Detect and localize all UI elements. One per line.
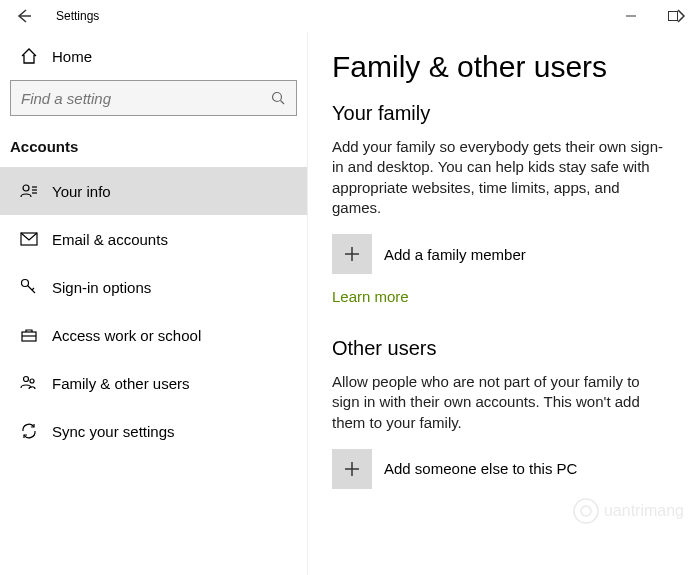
sidebar-item-your-info[interactable]: Your info xyxy=(0,167,307,215)
sidebar-item-work-school[interactable]: Access work or school xyxy=(0,311,307,359)
plus-icon xyxy=(332,449,372,489)
sidebar-item-label: Family & other users xyxy=(52,375,190,392)
title-bar: Settings xyxy=(0,0,694,32)
sidebar-item-signin-options[interactable]: Sign-in options xyxy=(0,263,307,311)
person-card-icon xyxy=(20,182,38,200)
forward-button[interactable] xyxy=(674,6,688,26)
svg-point-3 xyxy=(273,93,282,102)
sidebar-item-label: Access work or school xyxy=(52,327,201,344)
svg-line-4 xyxy=(281,101,285,105)
other-users-description: Allow people who are not part of your fa… xyxy=(332,372,670,433)
home-button[interactable]: Home xyxy=(0,32,307,80)
plus-icon xyxy=(332,234,372,274)
learn-more-link[interactable]: Learn more xyxy=(332,288,409,305)
sidebar-item-email-accounts[interactable]: Email & accounts xyxy=(0,215,307,263)
your-family-header: Your family xyxy=(332,102,670,125)
page-title: Family & other users xyxy=(332,50,670,84)
svg-point-14 xyxy=(30,379,34,383)
svg-point-5 xyxy=(23,185,29,191)
window-title: Settings xyxy=(56,9,99,23)
sidebar: Home Accounts Your info Email & accounts xyxy=(0,32,308,575)
content-panel: Family & other users Your family Add you… xyxy=(308,32,694,575)
search-box[interactable] xyxy=(10,80,297,116)
sidebar-item-label: Sync your settings xyxy=(52,423,175,440)
sidebar-item-sync-settings[interactable]: Sync your settings xyxy=(0,407,307,455)
back-arrow-icon xyxy=(16,8,32,24)
add-other-user-button[interactable]: Add someone else to this PC xyxy=(332,449,670,489)
people-icon xyxy=(20,374,38,392)
search-icon xyxy=(270,90,286,106)
mail-icon xyxy=(20,230,38,248)
sidebar-item-label: Email & accounts xyxy=(52,231,168,248)
sync-icon xyxy=(20,422,38,440)
briefcase-icon xyxy=(20,326,38,344)
sidebar-item-label: Sign-in options xyxy=(52,279,151,296)
home-icon xyxy=(20,47,38,65)
svg-point-10 xyxy=(22,280,29,287)
chevron-right-icon xyxy=(674,6,688,26)
other-users-header: Other users xyxy=(332,337,670,360)
search-input[interactable] xyxy=(21,90,270,107)
home-label: Home xyxy=(52,48,92,65)
add-family-member-button[interactable]: Add a family member xyxy=(332,234,670,274)
add-family-member-label: Add a family member xyxy=(384,246,526,263)
sidebar-section-header: Accounts xyxy=(0,126,307,167)
key-icon xyxy=(20,278,38,296)
add-other-user-label: Add someone else to this PC xyxy=(384,460,577,477)
back-button[interactable] xyxy=(8,0,40,32)
minimize-icon xyxy=(626,11,636,21)
sidebar-item-family-other-users[interactable]: Family & other users xyxy=(0,359,307,407)
svg-point-13 xyxy=(24,377,29,382)
your-family-description: Add your family so everybody gets their … xyxy=(332,137,670,218)
minimize-button[interactable] xyxy=(610,0,652,32)
sidebar-item-label: Your info xyxy=(52,183,111,200)
